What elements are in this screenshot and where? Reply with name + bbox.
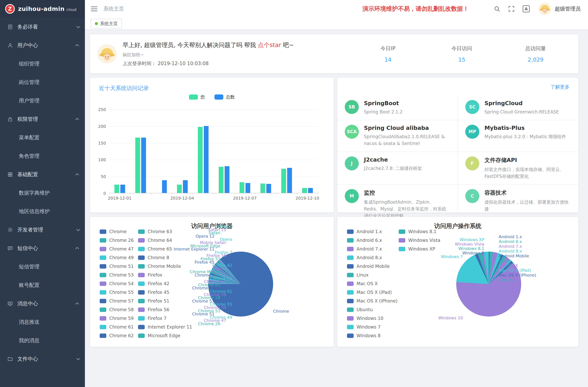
legend-Mac OS X[interactable]: Mac OS X xyxy=(347,279,399,288)
chevron-down-icon xyxy=(76,357,80,360)
sidebar-subitem-岗位管理[interactable]: 岗位管理 xyxy=(0,73,85,91)
legend-Windows 10[interactable]: Windows 10 xyxy=(347,314,399,323)
sidebar-subitem-组织管理[interactable]: 组织管理 xyxy=(0,55,85,73)
legend-label: Chrome 54 xyxy=(109,281,134,286)
sidebar-subitem-地区信息维护[interactable]: 地区信息维护 xyxy=(0,202,85,221)
more-link[interactable]: 了解更多 xyxy=(550,84,569,90)
legend-Chrome 58[interactable]: Chrome 58 xyxy=(100,305,138,314)
logo[interactable]: Z zuihou-admin cloud xyxy=(0,0,85,18)
bar-您-2019-12-09 xyxy=(281,169,286,193)
legend-label: Firefox 45 xyxy=(148,290,169,295)
fullscreen-icon[interactable] xyxy=(508,6,515,12)
sidebar-item-权限管理[interactable]: 权限管理 xyxy=(0,110,85,128)
stat-label: 今日IP xyxy=(351,45,425,52)
bar-总数-2019-12-04 xyxy=(183,180,188,193)
sidebar-subitem-短信管理[interactable]: 短信管理 xyxy=(0,258,85,276)
legend-总数[interactable]: 总数 xyxy=(214,94,235,100)
legend-Linux[interactable]: Linux xyxy=(347,271,399,279)
legend-Chrome 51[interactable]: Chrome 51 xyxy=(100,262,138,271)
legend-Chrome 55[interactable]: Chrome 55 xyxy=(100,288,138,297)
tech-text: J2cacheJ2cache2.7.8: 二级缓存框架 xyxy=(364,156,422,180)
breadcrumb[interactable]: 系统主页 xyxy=(103,5,124,12)
visit-chart-card: 近十天系统访问记录 您总数 0501001502002502019-12-012… xyxy=(90,78,334,212)
bar-group-2019-12-02 xyxy=(130,110,151,193)
legend-label: Chrome 49 xyxy=(109,255,134,260)
sidebar-subitem-账号配置[interactable]: 账号配置 xyxy=(0,276,85,294)
bar-总数-2019-12-03 xyxy=(162,180,167,193)
legend-label: Chrome 58 xyxy=(109,307,134,312)
sidebar-subitem-用户管理[interactable]: 用户管理 xyxy=(0,91,85,110)
os-pie[interactable] xyxy=(456,252,521,317)
legend-您[interactable]: 您 xyxy=(189,94,205,100)
legend-Android Mobile[interactable]: Android Mobile xyxy=(347,262,399,271)
sidebar-item-用户中心[interactable]: 用户中心 xyxy=(0,36,85,55)
tech-title: 监控 xyxy=(364,189,450,197)
sidebar-item-消息中心[interactable]: 消息中心 xyxy=(0,294,85,313)
legend-Android 8.x[interactable]: Android 8.x xyxy=(347,253,399,262)
legend-Chrome[interactable]: Chrome xyxy=(100,227,138,236)
sidebar-item-务必详看[interactable]: 务必详看 xyxy=(0,18,85,36)
sidebar-subitem-我的消息[interactable]: 我的消息 xyxy=(0,331,85,350)
tech-item-文件存储API: F文件存储API封装文件接口，实现本地存储、阿里云、FastDFS存储的配置化 xyxy=(458,152,578,185)
x-axis-tickmark xyxy=(130,193,130,194)
sidebar-item-短信中心[interactable]: 短信中心 xyxy=(0,239,85,258)
hamburger-icon[interactable] xyxy=(91,6,97,11)
legend-Chrome 59[interactable]: Chrome 59 xyxy=(100,314,138,323)
stat-今日访问: 今日访问15 xyxy=(425,45,499,63)
bar-group-2019-12-04 xyxy=(172,110,193,193)
legend-Chrome 53[interactable]: Chrome 53 xyxy=(100,271,138,279)
tab-系统主页[interactable]: 系统主页 xyxy=(91,19,122,28)
legend-Chrome 26[interactable]: Chrome 26 xyxy=(100,236,138,244)
legend-Chrome 54[interactable]: Chrome 54 xyxy=(100,279,138,288)
legend-Chrome 47[interactable]: Chrome 47 xyxy=(100,244,138,253)
username[interactable]: 超级管理员 xyxy=(555,5,581,12)
legend-swatch xyxy=(347,229,354,234)
legend-Chrome 49[interactable]: Chrome 49 xyxy=(100,253,138,262)
sidebar-subitem-数据字典维护[interactable]: 数据字典维护 xyxy=(0,184,85,202)
sidebar-subitem-角色管理[interactable]: 角色管理 xyxy=(0,147,85,165)
sidebar-item-开发者管理[interactable]: 开发者管理 xyxy=(0,221,85,239)
sidebar-item-基础配置[interactable]: 基础配置 xyxy=(0,165,85,184)
today-stats: 今日IP14今日访问15总访问量2,029 xyxy=(351,34,572,73)
legend-label: Firefox 7 xyxy=(148,316,167,321)
font-size-icon[interactable]: A xyxy=(523,5,530,12)
legend-swatch xyxy=(100,264,106,268)
legend-Ubuntu[interactable]: Ubuntu xyxy=(347,305,399,314)
legend-Mac OS X (iPad)[interactable]: Mac OS X (iPad) xyxy=(347,288,399,297)
legend-Windows 8.1[interactable]: Windows 8.1 xyxy=(399,227,450,236)
legend-Windows 7[interactable]: Windows 7 xyxy=(347,323,399,331)
search-icon[interactable] xyxy=(494,6,500,12)
pie-label-Android 1.x: Android 1.x xyxy=(499,235,522,239)
avatar[interactable] xyxy=(539,2,551,15)
legend-Chrome 61[interactable]: Chrome 61 xyxy=(100,323,138,331)
legend-Android 6.x[interactable]: Android 6.x xyxy=(347,236,399,244)
x-axis-label: 2019-12-10 xyxy=(296,196,319,201)
legend-Chrome 57[interactable]: Chrome 57 xyxy=(100,297,138,305)
legend-swatch xyxy=(347,316,354,321)
pie-label-Windows 8.1: Windows 8.1 xyxy=(429,246,484,251)
legend-swatch xyxy=(347,290,354,295)
legend-Mac OS X (iPhone)[interactable]: Mac OS X (iPhone) xyxy=(347,297,399,305)
sidebar-subitem-消息推送[interactable]: 消息推送 xyxy=(0,313,85,331)
sidebar-item-文件中心[interactable]: 文件中心 xyxy=(0,350,85,368)
tech-text: SpringBootSpring Boot 2.1.2 xyxy=(364,100,402,116)
bar-chart-legend: 您总数 xyxy=(90,94,334,100)
sidebar-item-label: 用户中心 xyxy=(17,42,38,49)
bar-总数-2019-12-10 xyxy=(308,188,313,193)
bar-chart[interactable]: 0501001502002502019-12-012019-12-042019-… xyxy=(109,110,318,193)
bar-总数-2019-12-07 xyxy=(246,183,250,193)
greeting: 早上好, 超级管理员, 今天帮别人解决问题了吗 帮我 点个star 吧~ xyxy=(123,41,294,49)
sidebar-subitem-菜单配置[interactable]: 菜单配置 xyxy=(0,128,85,147)
legend-Microsoft Edge[interactable]: Microsoft Edge xyxy=(138,331,176,340)
bar-group-2019-12-08 xyxy=(255,110,276,193)
stat-value: 2,029 xyxy=(499,57,572,63)
bar-您-2019-12-06 xyxy=(219,167,224,193)
sidebar-menu: 务必详看用户中心组织管理岗位管理用户管理权限管理菜单配置角色管理基础配置数据字典… xyxy=(0,18,85,368)
legend-Android 7.x[interactable]: Android 7.x xyxy=(347,244,399,253)
legend-Windows 8[interactable]: Windows 8 xyxy=(347,331,399,340)
welcome-card: 早上好, 超级管理员, 今天帮别人解决问题了吗 帮我 点个star 吧~ 疯狂加… xyxy=(90,34,578,73)
star-link[interactable]: 点个star xyxy=(258,41,281,48)
legend-Chrome 62[interactable]: Chrome 62 xyxy=(100,331,138,340)
legend-Android 1.x[interactable]: Android 1.x xyxy=(347,227,399,236)
tech-title: SpringCloud xyxy=(484,100,559,106)
